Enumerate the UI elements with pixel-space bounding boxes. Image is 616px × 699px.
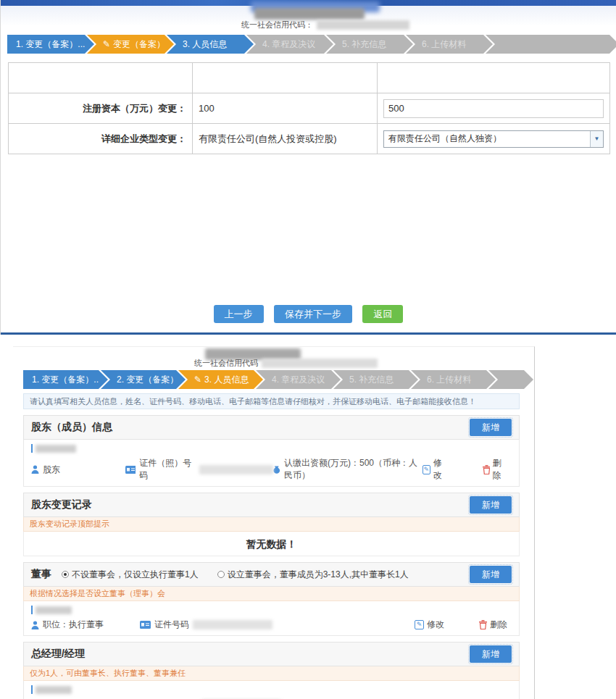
name-marker — [31, 685, 33, 694]
redacted-credit-code — [317, 20, 409, 30]
section-title: 股东（成员）信息 — [31, 421, 112, 434]
name-marker — [31, 606, 33, 614]
delete-button[interactable]: 删除 — [483, 457, 507, 482]
table-row-empty — [9, 63, 610, 93]
edit-pencil-icon: ✎ — [103, 39, 110, 49]
redacted-cert-number — [193, 620, 272, 629]
shareholder-row: 股东 证件（照）号码 认缴出资额(万元)：500（币种：人民币） ✎ 修改 — [23, 440, 520, 487]
add-manager-button[interactable]: 新增 — [470, 645, 512, 663]
cert-number: 证件号码 — [140, 619, 272, 631]
radio-no-board-label[interactable]: 不设董事会，仅设立执行董事1人 — [72, 569, 199, 581]
change-record-section-header: 股东变更记录 新增 — [23, 493, 520, 517]
step-6-upload: 6. 上传材料 — [411, 370, 486, 389]
company-type-select[interactable]: 有限责任公司（自然人独资） ▼ — [383, 130, 604, 148]
trash-icon — [479, 620, 487, 629]
panel-bottom-border — [1, 332, 616, 335]
id-card-icon — [125, 466, 136, 474]
step-label: 5. 补充信息 — [342, 39, 386, 49]
redacted-credit-code — [262, 359, 378, 368]
company-type-old-value: 有限责任公司(自然人投资或控股) — [193, 124, 378, 154]
top-panel-header: 统一社会信用代码： — [1, 6, 616, 35]
person-icon — [31, 465, 39, 474]
back-button[interactable]: 返回 — [362, 305, 403, 323]
step-4-charter: 4. 章程及决议 — [256, 370, 331, 389]
redacted-company-name — [254, 8, 365, 20]
edit-icon: ✎ — [423, 465, 430, 474]
step-2-change-record-active[interactable]: ✎变更（备案）... — [87, 35, 165, 54]
save-next-button[interactable]: 保存并下一步 — [274, 305, 352, 323]
director-row: 职位：执行董事 证件号码 ✎ 修改 删除 — [23, 601, 520, 636]
prev-step-button[interactable]: 上一步 — [214, 305, 264, 323]
change-form-panel: 统一社会信用代码： 1. 变更（备案）... ✎变更（备案）... 3. 人员信… — [0, 0, 616, 335]
director-section-header: 董事 不设董事会，仅设立执行董事1人 设立董事会，董事成员为3-13人,其中董事… — [23, 562, 520, 587]
step-label: 4. 章程及决议 — [272, 374, 325, 385]
credit-code-line: 统一社会信用代码： — [241, 20, 409, 30]
step-label: 6. 上传材料 — [427, 374, 471, 385]
step-label: 4. 章程及决议 — [262, 39, 315, 49]
radio-board[interactable] — [217, 571, 225, 578]
redacted-person-name — [36, 606, 72, 614]
capital-label: 注册资本（万元）变更： — [9, 93, 193, 124]
table-row-company-type: 详细企业类型变更： 有限责任公司(自然人投资或控股) 有限责任公司（自然人独资）… — [9, 124, 610, 154]
change-record-hint: 股东变动记录顶部提示 — [23, 517, 520, 532]
chevron-down-icon[interactable]: ▼ — [590, 131, 603, 147]
step-label: 3. 人员信息 — [183, 39, 227, 49]
step-label: 1. 变更（备案）... — [16, 39, 85, 49]
step-3-personnel[interactable]: 3. 人员信息 — [167, 35, 244, 54]
id-card-icon — [140, 621, 151, 629]
name-marker — [31, 444, 33, 453]
bottom-panel-header: 统一社会信用代码 — [13, 347, 534, 370]
radio-board-label[interactable]: 设立董事会，董事成员为3-13人,其中董事长1人 — [228, 569, 409, 581]
shareholder-section-header: 股东（成员）信息 新增 — [23, 415, 520, 440]
cert-number: 证件（照）号码 — [125, 457, 273, 482]
person-icon — [31, 621, 39, 629]
radio-no-board-selected[interactable] — [62, 571, 69, 578]
step-label: 3. 人员信息 — [204, 374, 249, 385]
table-row-capital: 注册资本（万元）变更： 100 — [9, 93, 610, 124]
step-5-supplement: 5. 补充信息 — [326, 35, 404, 54]
manager-row: 职位：总经理/经理 证件号码： ✎ 修改 删除 — [23, 681, 520, 699]
form-actions: 上一步 保存并下一步 返回 — [1, 305, 616, 323]
step-label: 2. 变更（备案）... — [117, 374, 186, 385]
step-5-supplement: 5. 补充信息 — [333, 370, 409, 389]
trash-icon — [483, 465, 489, 474]
personnel-info-panel: 统一社会信用代码 1. 变更（备案）... 2. 变更（备案）... ✎3. 人… — [13, 346, 535, 699]
step-2-change-record[interactable]: 2. 变更（备案）... — [101, 370, 176, 389]
step-label: 5. 补充信息 — [349, 374, 394, 385]
contribution-amount: 认缴出资额(万元)：500（币种：人民币） — [273, 457, 422, 482]
edit-icon: ✎ — [415, 620, 424, 629]
modify-button[interactable]: ✎ 修改 — [423, 457, 449, 482]
step-1-change-record[interactable]: 1. 变更（备案）... — [7, 35, 85, 54]
add-director-button[interactable]: 新增 — [470, 566, 512, 583]
step-label: 变更（备案）... — [113, 39, 172, 49]
step-1-change-record[interactable]: 1. 变更（备案）... — [23, 370, 99, 389]
section-title: 董事 — [31, 568, 51, 581]
empty-label-cell — [9, 63, 193, 93]
change-comparison-table: 注册资本（万元）变更： 100 详细企业类型变更： 有限责任公司(自然人投资或控… — [8, 62, 610, 154]
add-change-record-button[interactable]: 新增 — [470, 496, 512, 514]
step-label: 1. 变更（备案）... — [32, 374, 101, 385]
capital-new-input[interactable] — [383, 99, 604, 118]
section-title: 股东变更记录 — [31, 498, 92, 511]
shareholder-role: 股东 — [31, 464, 125, 476]
capital-old-value: 100 — [193, 93, 378, 124]
redacted-person-name — [36, 686, 72, 694]
step-label: 6. 上传材料 — [422, 39, 466, 49]
add-shareholder-button[interactable]: 新增 — [470, 419, 512, 436]
no-data-message: 暂无数据！ — [23, 532, 520, 556]
manager-hint: 仅为1人，可由董事长、执行董事、董事兼任 — [23, 666, 520, 681]
step-wizard-top: 1. 变更（备案）... ✎变更（备案）... 3. 人员信息 4. 章程及决议… — [7, 35, 609, 54]
section-title: 总经理/经理 — [31, 648, 85, 661]
step-3-personnel-active[interactable]: ✎3. 人员信息 — [178, 370, 254, 389]
director-position: 职位：执行董事 — [31, 619, 140, 631]
credit-code-line: 统一社会信用代码 — [194, 358, 378, 369]
credit-code-label: 统一社会信用代码： — [241, 20, 313, 30]
empty-old-cell — [193, 63, 378, 93]
delete-button[interactable]: 删除 — [479, 619, 507, 631]
step-bar-filler — [486, 35, 609, 54]
redacted-cert-number — [199, 465, 273, 474]
modify-button[interactable]: ✎ 修改 — [415, 619, 444, 631]
manager-section-header: 总经理/经理 新增 — [23, 642, 520, 666]
director-hint: 根据情况选择是否设立董事（理事）会 — [23, 587, 520, 601]
credit-code-label: 统一社会信用代码 — [194, 358, 258, 369]
